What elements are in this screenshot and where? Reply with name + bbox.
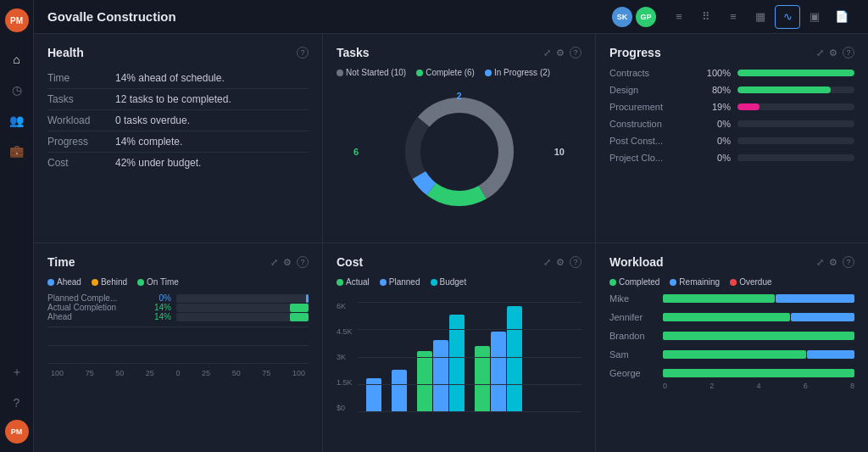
sidebar-item-users[interactable]: 👥: [3, 107, 31, 134]
health-icons: ?: [297, 47, 309, 59]
time-panel: Time ⤢ ⚙ ? AheadBehindOn Time Planned Co…: [34, 243, 322, 452]
time-legend-item: On Time: [137, 277, 179, 287]
nav-chart[interactable]: ∿: [775, 5, 800, 29]
health-key: Progress: [47, 131, 115, 153]
workload-bar-group: [663, 313, 854, 321]
nav-list[interactable]: ≡: [666, 5, 692, 29]
workload-row: Sam: [609, 349, 854, 360]
progress-title: Progress: [609, 46, 661, 59]
user-avatar-sidebar[interactable]: PM: [5, 420, 29, 444]
time-bar-fill: [290, 304, 309, 312]
cost-legend: ActualPlannedBudget: [337, 277, 581, 287]
progress-row: Contracts 100%: [609, 68, 854, 78]
progress-bar-bg: [737, 154, 854, 161]
time-row: Actual Completion 14%: [47, 303, 309, 312]
cost-expand-icon[interactable]: ⤢: [543, 257, 551, 268]
workload-bar-completed: [663, 313, 790, 321]
cost-bar-actual-4: [475, 346, 490, 412]
avatar-gp[interactable]: GP: [636, 7, 656, 27]
app-logo[interactable]: PM: [5, 8, 29, 32]
sidebar-item-add[interactable]: ＋: [3, 359, 31, 386]
time-bar-bg: [176, 304, 309, 312]
workload-legend: CompletedRemainingOverdue: [609, 277, 854, 287]
legend-dot: [47, 279, 54, 286]
progress-row-label: Procurement: [609, 102, 694, 112]
progress-expand-icon[interactable]: ⤢: [816, 47, 824, 59]
sidebar-item-help[interactable]: ?: [3, 389, 31, 416]
workload-x-label: 4: [756, 382, 760, 390]
time-row-pct: 14%: [146, 303, 171, 312]
time-legend: AheadBehindOn Time: [47, 277, 309, 287]
cost-help-icon[interactable]: ?: [570, 256, 581, 268]
progress-bar-bg: [737, 120, 854, 127]
legend-dot: [137, 279, 144, 286]
tasks-expand-icon[interactable]: ⤢: [543, 47, 551, 59]
tasks-legend-item: Not Started (10): [337, 68, 406, 77]
cost-panel: Cost ⤢ ⚙ ? ActualPlannedBudget 6K 4.5K 3…: [323, 243, 595, 452]
progress-help-icon[interactable]: ?: [843, 47, 854, 59]
time-gear-icon[interactable]: ⚙: [283, 257, 292, 268]
progress-row: Design 80%: [609, 85, 854, 95]
time-expand-icon[interactable]: ⤢: [270, 257, 278, 268]
health-row: Time 14% ahead of schedule.: [47, 68, 309, 89]
workload-expand-icon[interactable]: ⤢: [816, 257, 824, 268]
tasks-legend-item: Complete (6): [416, 68, 475, 77]
time-header: Time ⤢ ⚙ ?: [47, 255, 309, 269]
workload-gear-icon[interactable]: ⚙: [829, 257, 837, 268]
topbar: Govalle Construction SK GP ≡ ⠿ ≡ ▦ ∿ ▣ 📄: [34, 0, 868, 34]
progress-row: Post Const... 0%: [609, 136, 854, 146]
health-val: 12 tasks to be completed.: [115, 89, 309, 110]
time-row-label: Actual Completion: [47, 303, 141, 312]
cost-gear-icon[interactable]: ⚙: [556, 257, 565, 268]
legend-dot: [609, 279, 616, 286]
tasks-icons: ⤢ ⚙ ?: [543, 47, 581, 59]
time-axis-100l: 100: [51, 369, 64, 377]
nav-calendar[interactable]: ▣: [802, 5, 827, 29]
sidebar-item-portfolio[interactable]: 💼: [3, 137, 31, 165]
time-bar-container: [176, 304, 309, 312]
nav-table[interactable]: ▦: [748, 5, 773, 29]
progress-row-label: Design: [609, 85, 694, 95]
tasks-legend: Not Started (10)Complete (6)In Progress …: [337, 68, 581, 77]
cost-bar-budget-3: [449, 315, 465, 412]
cost-group-3: [417, 315, 465, 412]
cost-y-15k: 1.5K: [337, 378, 353, 387]
nav-rows[interactable]: ≡: [721, 5, 746, 29]
progress-gear-icon[interactable]: ⚙: [829, 47, 837, 59]
nav-columns[interactable]: ⠿: [693, 5, 719, 29]
progress-bar-bg: [737, 103, 854, 110]
legend-label: Ahead: [57, 277, 81, 287]
sidebar-item-home[interactable]: ⌂: [3, 46, 31, 73]
workload-legend-item: Remaining: [670, 277, 720, 287]
tasks-help-icon[interactable]: ?: [570, 47, 581, 59]
time-bar-fill: [306, 294, 309, 303]
legend-label: Budget: [440, 277, 467, 287]
time-bar-bg: [176, 294, 309, 303]
time-row-pct: 14%: [146, 312, 171, 321]
nav-doc[interactable]: 📄: [829, 5, 854, 29]
time-title: Time: [47, 255, 75, 269]
workload-bar-remaining: [776, 294, 854, 303]
cost-legend-item: Actual: [337, 277, 370, 287]
legend-label: On Time: [147, 277, 179, 287]
time-bar-container: [176, 313, 309, 321]
workload-help-icon[interactable]: ?: [843, 256, 854, 268]
progress-row-pct: 100%: [701, 68, 731, 78]
workload-bar-remaining: [791, 313, 854, 321]
tasks-gear-icon[interactable]: ⚙: [556, 47, 565, 59]
time-axis-75r: 75: [262, 369, 270, 377]
time-help-icon[interactable]: ?: [297, 256, 309, 268]
tasks-title: Tasks: [337, 46, 370, 59]
main-content: Govalle Construction SK GP ≡ ⠿ ≡ ▦ ∿ ▣ 📄…: [34, 0, 868, 452]
workload-x-label: 0: [663, 382, 667, 390]
workload-legend-item: Completed: [609, 277, 659, 287]
avatar-sk[interactable]: SK: [612, 7, 632, 27]
cost-y-45k: 4.5K: [337, 327, 353, 336]
cost-group-1: [366, 378, 381, 412]
legend-label: Planned: [389, 277, 420, 287]
cost-bar-planned-2: [392, 370, 407, 412]
health-help-icon[interactable]: ?: [297, 47, 309, 59]
workload-bar-remaining: [807, 350, 854, 359]
sidebar-item-time[interactable]: ◷: [3, 76, 31, 103]
progress-row: Construction 0%: [609, 119, 854, 129]
